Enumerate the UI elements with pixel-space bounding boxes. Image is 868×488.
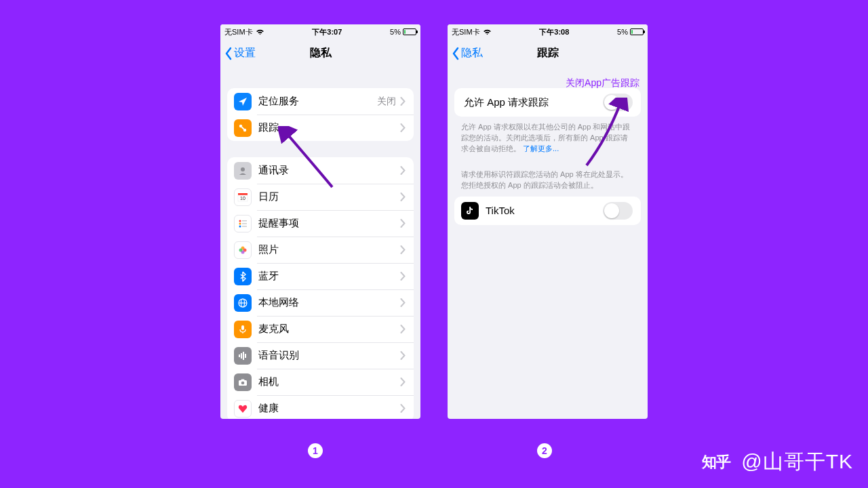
watermark: 知乎 @山哥干TK xyxy=(698,448,853,476)
row-microphone[interactable]: 麦克风 xyxy=(227,316,414,342)
row-label: TikTok xyxy=(486,205,603,216)
row-location-services[interactable]: 定位服务 关闭 xyxy=(227,88,414,115)
zhihu-logo-icon: 知乎 xyxy=(698,452,734,472)
row-tiktok[interactable]: TikTok xyxy=(454,197,641,225)
row-local-network[interactable]: 本地网络 xyxy=(227,289,414,316)
svg-rect-25 xyxy=(241,379,245,381)
row-tracking[interactable]: 跟踪 xyxy=(227,115,414,141)
svg-point-26 xyxy=(241,381,245,384)
chevron-right-icon xyxy=(400,404,406,413)
phone-screenshot-2: 无SIM卡 下午3:08 5% 隐私 跟踪 关闭App广告跟踪 xyxy=(448,24,648,419)
page-title: 跟踪 xyxy=(537,46,559,60)
chevron-right-icon xyxy=(400,192,406,201)
settings-group-1: 定位服务 关闭 跟踪 xyxy=(227,88,414,141)
chevron-right-icon xyxy=(400,97,406,106)
row-reminders[interactable]: 提醒事项 xyxy=(227,210,414,237)
row-label: 麦克风 xyxy=(258,323,400,336)
photos-icon xyxy=(234,241,252,259)
row-bluetooth[interactable]: 蓝牙 xyxy=(227,263,414,289)
chevron-right-icon xyxy=(400,166,406,175)
chevron-right-icon xyxy=(400,351,406,360)
page-title: 隐私 xyxy=(310,46,332,60)
back-label: 隐私 xyxy=(461,46,483,60)
row-detail: 关闭 xyxy=(377,96,396,108)
bluetooth-icon xyxy=(234,268,252,285)
row-label: 通讯录 xyxy=(258,164,400,177)
status-bar: 无SIM卡 下午3:08 5% xyxy=(448,24,648,38)
chevron-right-icon xyxy=(400,245,406,254)
carrier-text: 无SIM卡 xyxy=(452,27,480,37)
nav-bar: 设置 隐私 xyxy=(220,38,420,68)
row-label: 语音识别 xyxy=(258,349,400,362)
svg-text:10: 10 xyxy=(240,196,245,201)
carrier-text: 无SIM卡 xyxy=(224,27,253,37)
reminders-icon xyxy=(234,215,252,232)
tiktok-icon xyxy=(461,202,479,220)
learn-more-link[interactable]: 了解更多... xyxy=(523,144,559,152)
chevron-right-icon xyxy=(400,272,406,281)
tracking-icon xyxy=(234,119,252,137)
tracking-toggle-group: 允许 App 请求跟踪 xyxy=(454,88,641,117)
wifi-icon xyxy=(256,28,264,35)
svg-rect-20 xyxy=(239,354,240,357)
battery-icon xyxy=(630,28,644,35)
row-calendar[interactable]: 10 日历 xyxy=(227,184,414,210)
nav-bar: 隐私 跟踪 xyxy=(448,38,648,68)
toggle-switch[interactable] xyxy=(603,94,633,111)
battery-percent: 5% xyxy=(390,28,401,36)
apps-group: TikTok xyxy=(454,197,641,225)
battery-percent: 5% xyxy=(617,28,628,36)
watermark-handle: @山哥干TK xyxy=(741,448,853,476)
row-allow-tracking[interactable]: 允许 App 请求跟踪 xyxy=(454,88,641,117)
microphone-icon xyxy=(234,321,252,338)
row-label: 允许 App 请求跟踪 xyxy=(464,96,603,109)
row-label: 跟踪 xyxy=(258,121,400,134)
settings-content: 定位服务 关闭 跟踪 通讯录 xyxy=(220,68,420,419)
back-label: 设置 xyxy=(234,46,256,60)
chevron-left-icon xyxy=(224,47,233,59)
back-button[interactable]: 隐私 xyxy=(452,46,483,60)
chevron-left-icon xyxy=(452,47,460,59)
row-health[interactable]: 健康 xyxy=(227,395,414,419)
row-label: 蓝牙 xyxy=(258,270,400,283)
status-time: 下午3:08 xyxy=(539,27,569,37)
svg-rect-21 xyxy=(241,353,242,359)
svg-point-6 xyxy=(239,220,241,222)
contacts-icon xyxy=(234,162,252,180)
battery-icon xyxy=(403,28,416,35)
row-photos[interactable]: 照片 xyxy=(227,237,414,263)
row-label: 照片 xyxy=(258,243,400,256)
chevron-right-icon xyxy=(400,123,406,132)
location-icon xyxy=(234,93,252,110)
toggle-switch[interactable] xyxy=(603,202,633,220)
row-label: 健康 xyxy=(258,402,400,415)
svg-point-2 xyxy=(241,167,245,171)
svg-rect-3 xyxy=(238,193,248,195)
svg-rect-22 xyxy=(243,352,244,360)
footer-text-2: 请求使用标识符跟踪您活动的 App 将在此处显示。您拒绝授权的 App 的跟踪活… xyxy=(448,169,648,197)
row-label: 本地网络 xyxy=(258,296,400,309)
row-camera[interactable]: 相机 xyxy=(227,369,414,395)
localnetwork-icon xyxy=(234,294,252,312)
svg-rect-7 xyxy=(242,220,247,222)
svg-point-15 xyxy=(239,248,243,251)
row-contacts[interactable]: 通讯录 xyxy=(227,157,414,184)
calendar-icon: 10 xyxy=(234,188,252,206)
chevron-right-icon xyxy=(400,298,406,307)
step-badge-1: 1 xyxy=(308,443,323,458)
speech-icon xyxy=(234,347,252,365)
status-time: 下午3:07 xyxy=(312,27,342,37)
chevron-right-icon xyxy=(400,378,406,386)
back-button[interactable]: 设置 xyxy=(224,46,256,60)
settings-content: 允许 App 请求跟踪 允许 App 请求权限以在其他公司的 App 和网站中跟… xyxy=(448,68,648,419)
wifi-icon xyxy=(483,28,492,35)
svg-point-8 xyxy=(239,222,241,224)
chevron-right-icon xyxy=(400,325,406,333)
phone-screenshot-1: 无SIM卡 下午3:07 5% 设置 隐私 xyxy=(220,24,420,419)
row-label: 相机 xyxy=(258,375,400,388)
row-speech[interactable]: 语音识别 xyxy=(227,342,414,369)
camera-icon xyxy=(234,373,252,391)
footer-text-1: 允许 App 请求权限以在其他公司的 App 和网站中跟踪您的活动。关闭此选项后… xyxy=(448,122,648,160)
health-icon xyxy=(234,400,252,418)
settings-group-2: 通讯录 10 日历 提醒事项 xyxy=(227,157,414,419)
